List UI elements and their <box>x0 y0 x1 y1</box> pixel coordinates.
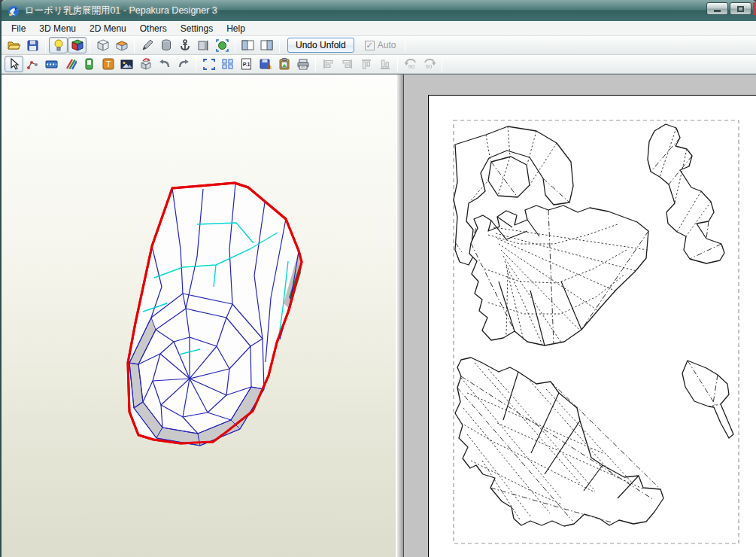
maximize-icon <box>737 6 744 12</box>
main-area <box>2 74 756 557</box>
pane-splitter[interactable] <box>397 75 404 557</box>
separator <box>196 57 196 72</box>
auto-checkbox[interactable]: ✓ Auto <box>365 40 396 50</box>
print-button[interactable] <box>293 56 312 72</box>
align-top-icon <box>361 59 372 70</box>
insert-image-button[interactable] <box>117 56 136 72</box>
pattern-piece-leaf[interactable] <box>682 361 733 438</box>
align-top-button[interactable] <box>357 56 375 72</box>
menu-file[interactable]: File <box>5 22 32 35</box>
open-folder-icon <box>8 40 21 50</box>
rotate-cw-90-button[interactable]: 90 <box>420 56 439 72</box>
mirror-panel-icon <box>198 40 209 51</box>
layout-left-pane-button[interactable] <box>238 37 257 53</box>
mirror-tool-button[interactable] <box>194 37 213 53</box>
svg-text:T: T <box>105 59 111 68</box>
floppy-icon <box>27 40 38 51</box>
separator <box>134 38 135 53</box>
split-left-icon <box>241 40 254 50</box>
clipboard-icon <box>279 58 290 70</box>
pattern-piece-middle-fan[interactable] <box>469 205 648 345</box>
printer-icon <box>297 59 309 70</box>
align-bottom-button[interactable] <box>375 56 394 72</box>
marquee-select-button[interactable] <box>199 56 218 72</box>
marquee-icon <box>203 59 215 70</box>
unfold-box-button[interactable] <box>136 56 155 72</box>
save-image-button[interactable] <box>256 56 275 72</box>
align-bottom-icon <box>380 59 390 70</box>
box-arrow-icon <box>140 58 152 70</box>
white-cube-icon <box>97 39 109 51</box>
menu-2d[interactable]: 2D Menu <box>83 22 133 35</box>
align-right-icon <box>342 59 353 69</box>
separator <box>315 57 316 72</box>
auto-checkbox-label: Auto <box>378 40 396 50</box>
toolbar-main: Undo Unfold ✓ Auto <box>2 36 756 55</box>
separator <box>90 38 90 53</box>
cursor-arrow-icon <box>9 58 20 70</box>
sphere-select-tool-button[interactable] <box>213 37 232 53</box>
undo-button[interactable] <box>155 56 174 72</box>
align-left-button[interactable] <box>319 56 338 72</box>
window-title: ローポリ乳房展開用01 - Pepakura Designer 3 <box>25 5 217 17</box>
menu-others[interactable]: Others <box>133 22 174 35</box>
separator <box>442 57 442 72</box>
anchor-tool-button[interactable] <box>175 37 194 53</box>
toggle-texture-button[interactable] <box>68 37 87 53</box>
toolbar-2d: T <box>2 55 756 74</box>
menu-bar: File 3D Menu 2D Menu Others Settings Hel… <box>2 21 756 36</box>
light-bulb-icon <box>53 39 64 51</box>
rotate-ccw-90-button[interactable]: 90 <box>401 56 420 72</box>
svg-text:90: 90 <box>425 63 432 70</box>
menu-help[interactable]: Help <box>220 22 252 35</box>
open-file-button[interactable] <box>5 37 23 53</box>
layout-right-pane-button[interactable] <box>257 37 276 53</box>
paste-image-button[interactable] <box>275 56 293 72</box>
title-bar[interactable]: ローポリ乳房展開用01 - Pepakura Designer 3 <box>2 0 756 21</box>
pattern-piece-bottom-fan[interactable] <box>455 358 663 526</box>
join-stitch-button[interactable] <box>42 56 61 72</box>
pattern-page[interactable] <box>428 95 756 557</box>
redo-arrow-icon <box>178 59 190 69</box>
color-pens-icon <box>65 58 77 70</box>
separator <box>279 38 280 53</box>
page-p1-icon: P.1 <box>241 58 252 70</box>
show-solid-model-button[interactable] <box>93 37 112 53</box>
menu-3d[interactable]: 3D Menu <box>32 22 83 35</box>
insert-text-button[interactable]: T <box>99 56 117 72</box>
pencil-icon <box>141 39 153 51</box>
anchor-icon <box>180 39 190 51</box>
node-path-icon <box>27 58 39 70</box>
toggle-light-button[interactable] <box>49 37 68 53</box>
menu-settings[interactable]: Settings <box>174 22 220 35</box>
color-pens-button[interactable] <box>61 56 80 72</box>
close-button[interactable] <box>753 2 756 15</box>
save-button[interactable] <box>23 37 42 53</box>
minimize-icon <box>714 10 721 12</box>
separator <box>235 38 235 53</box>
show-unfold-box-button[interactable] <box>112 37 131 53</box>
floppy-rgb-icon <box>260 58 272 70</box>
separator <box>405 38 405 53</box>
align-right-button[interactable] <box>338 56 357 72</box>
minimize-button[interactable] <box>706 2 728 15</box>
app-icon <box>8 5 20 17</box>
undo-unfold-button[interactable]: Undo Unfold <box>287 38 354 53</box>
2d-viewport[interactable] <box>404 75 756 557</box>
pen-tool-button[interactable] <box>138 37 156 53</box>
redo-button[interactable] <box>174 56 193 72</box>
arrange-parts-button[interactable] <box>218 56 237 72</box>
page-number-button[interactable]: P.1 <box>237 56 256 72</box>
image-icon <box>120 59 133 69</box>
3d-viewport[interactable] <box>2 75 397 557</box>
cylinder-tool-button[interactable] <box>156 37 175 53</box>
select-arrow-button[interactable] <box>5 56 23 72</box>
maximize-button[interactable] <box>730 2 751 15</box>
pattern-piece-strip[interactable] <box>648 124 724 263</box>
open-box-icon <box>116 39 128 51</box>
edit-edge-nodes-button[interactable] <box>23 56 42 72</box>
svg-text:P.1: P.1 <box>243 62 250 67</box>
rotate-cw-icon: 90 <box>422 58 437 70</box>
material-button[interactable] <box>80 56 99 72</box>
zipper-icon <box>45 59 58 69</box>
